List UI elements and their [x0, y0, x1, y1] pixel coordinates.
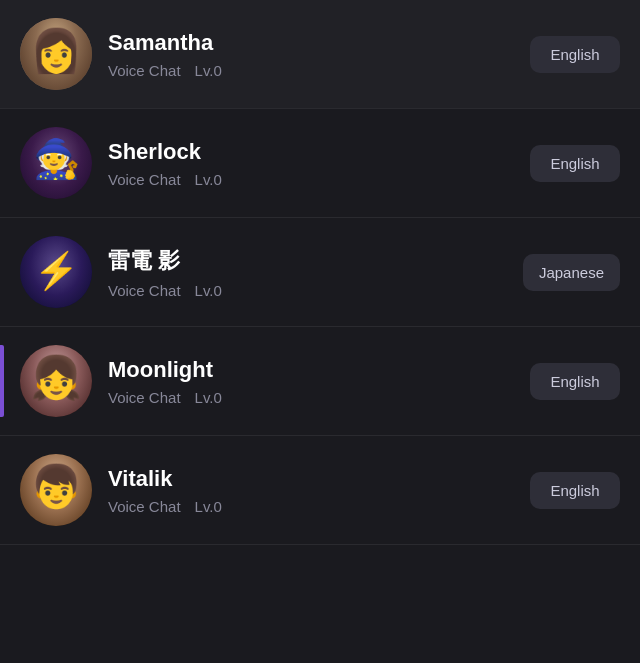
item-level-sherlock: Lv.0	[195, 171, 222, 188]
avatar-raiden	[20, 236, 92, 308]
item-info-sherlock: Sherlock Voice Chat Lv.0	[108, 139, 530, 188]
item-info-raiden: 雷電 影 Voice Chat Lv.0	[108, 246, 523, 299]
item-meta-sherlock: Voice Chat Lv.0	[108, 171, 530, 188]
lang-badge-vitalik[interactable]: English	[530, 472, 620, 509]
avatar-samantha	[20, 18, 92, 90]
ai-list: Samantha Voice Chat Lv.0 English Sherloc…	[0, 0, 640, 663]
lang-badge-samantha[interactable]: English	[530, 36, 620, 73]
avatar-sherlock	[20, 127, 92, 199]
item-name-vitalik: Vitalik	[108, 466, 530, 492]
lang-badge-moonlight[interactable]: English	[530, 363, 620, 400]
item-meta-raiden: Voice Chat Lv.0	[108, 282, 523, 299]
list-item-vitalik[interactable]: Vitalik Voice Chat Lv.0 English	[0, 436, 640, 545]
item-level-moonlight: Lv.0	[195, 389, 222, 406]
item-name-sherlock: Sherlock	[108, 139, 530, 165]
lang-badge-raiden[interactable]: Japanese	[523, 254, 620, 291]
item-level-vitalik: Lv.0	[195, 498, 222, 515]
item-type-moonlight: Voice Chat	[108, 389, 181, 406]
list-item-samantha[interactable]: Samantha Voice Chat Lv.0 English	[0, 0, 640, 109]
active-indicator	[0, 345, 4, 417]
list-item-sherlock[interactable]: Sherlock Voice Chat Lv.0 English	[0, 109, 640, 218]
item-info-samantha: Samantha Voice Chat Lv.0	[108, 30, 530, 79]
item-type-vitalik: Voice Chat	[108, 498, 181, 515]
item-level-samantha: Lv.0	[195, 62, 222, 79]
list-item-moonlight[interactable]: Moonlight Voice Chat Lv.0 English	[0, 327, 640, 436]
item-type-sherlock: Voice Chat	[108, 171, 181, 188]
lang-badge-sherlock[interactable]: English	[530, 145, 620, 182]
item-level-raiden: Lv.0	[195, 282, 222, 299]
item-name-samantha: Samantha	[108, 30, 530, 56]
item-meta-samantha: Voice Chat Lv.0	[108, 62, 530, 79]
item-meta-vitalik: Voice Chat Lv.0	[108, 498, 530, 515]
item-type-raiden: Voice Chat	[108, 282, 181, 299]
item-type-samantha: Voice Chat	[108, 62, 181, 79]
item-info-moonlight: Moonlight Voice Chat Lv.0	[108, 357, 530, 406]
avatar-moonlight	[20, 345, 92, 417]
item-meta-moonlight: Voice Chat Lv.0	[108, 389, 530, 406]
item-name-moonlight: Moonlight	[108, 357, 530, 383]
avatar-vitalik	[20, 454, 92, 526]
item-info-vitalik: Vitalik Voice Chat Lv.0	[108, 466, 530, 515]
item-name-raiden: 雷電 影	[108, 246, 523, 276]
list-item-raiden[interactable]: 雷電 影 Voice Chat Lv.0 Japanese	[0, 218, 640, 327]
